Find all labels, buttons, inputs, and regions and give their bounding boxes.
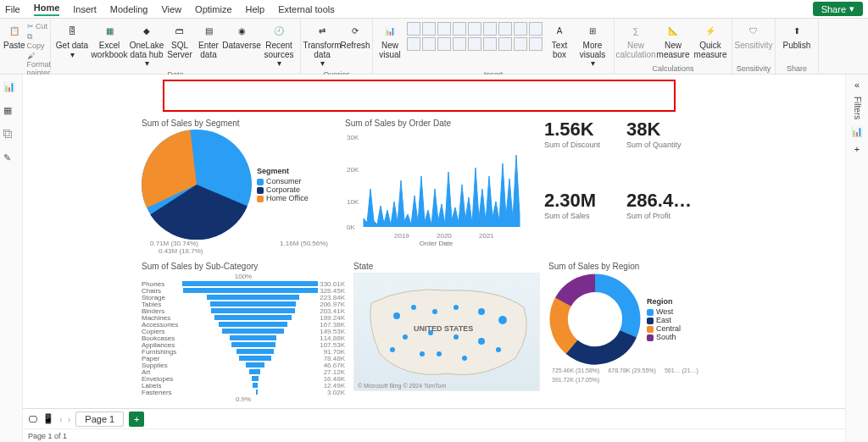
tab-insert[interactable]: Insert	[73, 4, 97, 14]
more-visuals-button[interactable]: ⊞More visuals▾	[575, 20, 610, 70]
transform-icon: ⇄	[313, 22, 331, 41]
new-measure-button[interactable]: 📐New measure	[655, 20, 691, 61]
gallery-visual[interactable]	[529, 37, 542, 51]
svg-text:10K: 10K	[347, 198, 359, 206]
desktop-layout-button[interactable]: 🖵	[28, 414, 37, 424]
get-data-button[interactable]: 🗄Get data▾	[54, 20, 90, 61]
transform-data-button[interactable]: ⇄Transform data▾	[304, 20, 340, 70]
gallery-visual[interactable]	[468, 37, 481, 51]
copy-button[interactable]: ⧉ Copy	[27, 32, 52, 50]
tab-help[interactable]: Help	[246, 4, 265, 14]
page-tab[interactable]: Page 1	[75, 412, 124, 427]
axis-label: Order Date	[345, 240, 527, 247]
donut-svg	[548, 273, 642, 366]
new-calculation-button[interactable]: ∑New calculation	[618, 20, 654, 61]
collapse-panes-button[interactable]: «	[854, 80, 860, 90]
tab-file[interactable]: File	[5, 4, 20, 14]
sql-server-button[interactable]: 🗃SQL Server	[166, 20, 193, 61]
svg-point-20	[462, 356, 467, 361]
gallery-visual[interactable]	[483, 37, 497, 51]
onelake-button[interactable]: ◆OneLake data hub▾	[129, 20, 164, 70]
tab-view[interactable]: View	[161, 4, 181, 14]
gallery-visual[interactable]	[453, 37, 466, 51]
recent-sources-button[interactable]: 🕘Recent sources▾	[261, 20, 297, 70]
pages-bar: 🖵 📱 ‹ › Page 1 +	[23, 408, 845, 428]
add-pane-button[interactable]: +	[854, 144, 860, 154]
gallery-visual[interactable]	[407, 22, 420, 36]
card-profit[interactable]: 286.4…Sum of Profit	[626, 190, 692, 256]
gallery-visual[interactable]	[468, 22, 481, 36]
svg-text:2021: 2021	[479, 232, 494, 240]
gallery-visual[interactable]	[514, 22, 527, 36]
dataverse-icon: ◉	[232, 22, 251, 41]
gallery-visual[interactable]	[498, 37, 512, 51]
card-sales[interactable]: 2.30MSum of Sales	[544, 190, 609, 256]
sensitivity-icon: 🛡	[744, 22, 763, 41]
map-label: UNITED STATES	[414, 324, 473, 333]
cut-button[interactable]: ✂ Cut	[27, 22, 52, 30]
tab-optimize[interactable]: Optimize	[195, 4, 231, 14]
map-chart-state[interactable]: State UNITED STATES © Micr	[353, 262, 540, 403]
table-view-button[interactable]: ▦	[3, 105, 19, 120]
group-label: Share	[779, 64, 815, 74]
prev-page-button[interactable]: ‹	[59, 414, 63, 424]
card-discount[interactable]: 1.56KSum of Discount	[544, 119, 609, 185]
report-view-button[interactable]: 📊	[3, 81, 19, 97]
sensitivity-button[interactable]: 🛡Sensitivity	[736, 20, 771, 52]
pie-chart-segment[interactable]: Sum of Sales by Segment Segment Consumer…	[142, 119, 337, 255]
format-painter-button[interactable]: 🖌 Format painter	[27, 52, 52, 77]
measure-icon: 📐	[664, 22, 682, 41]
highlight-annotation	[163, 80, 676, 112]
sql-icon: 🗃	[170, 22, 189, 41]
visual-gallery	[405, 20, 544, 52]
paste-button[interactable]: 📋Paste	[3, 20, 25, 52]
gallery-visual[interactable]	[422, 37, 436, 51]
clipboard-icon: 📋	[5, 22, 24, 41]
gallery-visual[interactable]	[483, 22, 497, 36]
group-label: Calculations	[618, 64, 728, 74]
add-page-button[interactable]: +	[129, 412, 144, 427]
svg-point-12	[478, 308, 485, 315]
svg-point-10	[432, 309, 437, 314]
visual-title: Sum of Sales by Segment	[142, 119, 337, 128]
quick-measure-button[interactable]: ⚡Quick measure	[693, 20, 728, 61]
tab-modeling[interactable]: Modeling	[110, 4, 148, 14]
gallery-visual[interactable]	[422, 22, 436, 36]
dataverse-button[interactable]: ◉Dataverse	[224, 20, 259, 52]
pie-svg	[142, 130, 252, 240]
gallery-visual[interactable]	[514, 37, 527, 51]
enter-data-button[interactable]: ▤Enter data	[195, 20, 222, 61]
report-canvas[interactable]: Sum of Sales by Segment Segment Consumer…	[23, 75, 845, 408]
next-page-button[interactable]: ›	[68, 414, 71, 424]
share-button[interactable]: Share ▾	[813, 2, 863, 16]
excel-workbook-button[interactable]: ▦Excel workbook	[92, 20, 127, 61]
gallery-visual[interactable]	[437, 22, 451, 36]
svg-point-14	[403, 334, 408, 340]
tab-home[interactable]: Home	[34, 3, 60, 16]
legend: Segment Consumer Corporate Home Office	[257, 167, 309, 202]
visualizations-pane-icon[interactable]: 📊	[851, 126, 863, 137]
text-box-button[interactable]: AText box	[546, 20, 573, 61]
gallery-visual[interactable]	[437, 37, 451, 51]
line-chart-orderdate[interactable]: Sum of Sales by Order Date 30K 20K 10K 0…	[345, 119, 527, 255]
filters-pane-toggle[interactable]: Filters	[853, 97, 862, 119]
card-quantity[interactable]: 38KSum of Quantity	[626, 119, 692, 185]
line-svg: 30K 20K 10K 0K 2019 2020 2021	[345, 130, 523, 240]
status-bar: Page 1 of 1	[23, 428, 845, 442]
svg-point-21	[420, 351, 425, 356]
model-view-button[interactable]: ⿻	[3, 129, 19, 144]
mobile-layout-button[interactable]: 📱	[42, 413, 54, 424]
gallery-visual[interactable]	[453, 22, 466, 36]
funnel-chart-subcategory[interactable]: Sum of Sales by Sub-Category 100% Phones…	[142, 262, 345, 403]
gallery-visual[interactable]	[498, 22, 512, 36]
gallery-visual[interactable]	[529, 22, 542, 36]
publish-button[interactable]: ⬆Publish	[779, 20, 815, 52]
tab-external-tools[interactable]: External tools	[278, 4, 335, 14]
refresh-button[interactable]: ⟳Refresh	[342, 20, 369, 52]
chevron-down-icon: ▾	[849, 3, 854, 14]
donut-chart-region[interactable]: Sum of Sales by Region Region West East	[548, 262, 718, 403]
dax-view-button[interactable]: ✎	[3, 152, 19, 168]
gallery-visual[interactable]	[407, 37, 420, 51]
new-visual-button[interactable]: 📊New visual	[376, 20, 403, 61]
svg-point-16	[453, 334, 459, 340]
